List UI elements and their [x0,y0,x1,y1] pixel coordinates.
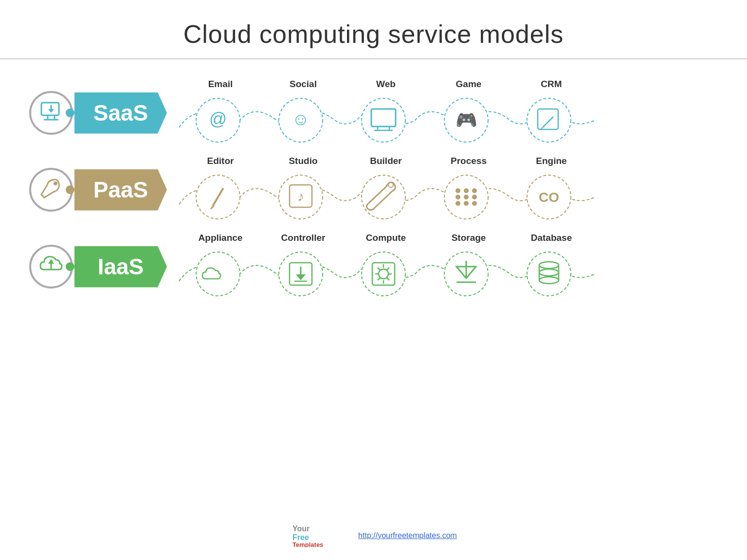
paas-label-box: PaaS [74,169,167,211]
paas-item-col-1: Studio [262,156,345,170]
iaas-bubbles-row [177,247,718,301]
saas-wave-svg: @ ☺ 🎮 [177,93,600,147]
saas-item-col-4: CRM [510,79,593,93]
svg-point-38 [455,201,460,206]
saas-label-1: Social [290,79,317,90]
svg-point-37 [472,195,477,199]
footer-logo: Your Free Templates [290,521,339,550]
iaas-labels-row: Appliance Controller Compute Storage Dat… [177,233,718,247]
saas-label-3: Game [456,79,482,90]
svg-point-35 [455,195,460,199]
paas-labels-row: Editor Studio Builder Process Engine [177,156,718,170]
svg-marker-43 [48,259,54,264]
saas-label-2: Web [376,79,396,90]
iaas-wave-svg [177,247,600,301]
svg-point-39 [464,201,469,206]
main-content: SaaS Email Social Web Game CRM @ [0,74,747,314]
saas-item-col-1: Social [262,79,345,93]
iaas-item-col-4: Database [510,233,593,247]
saas-label: SaaS [93,100,148,126]
iaas-label-2: Compute [366,233,406,243]
svg-point-33 [464,188,469,193]
svg-text:☺: ☺ [292,109,310,129]
svg-point-10 [362,98,405,142]
saas-bubbles-row: @ ☺ 🎮 [177,93,718,147]
iaas-label-box: IaaS [74,246,167,288]
saas-dot [66,108,74,117]
iaas-dot [66,262,74,271]
iaas-item-col-3: Storage [427,233,510,247]
paas-dot [66,185,74,194]
paas-label-3: Process [451,156,487,166]
saas-item-col-2: Web [345,79,427,93]
iaas-item-col-2: Compute [345,233,427,247]
svg-point-40 [472,201,477,206]
svg-point-66 [527,252,571,296]
saas-label-0: Email [208,79,233,90]
logo-svg: Your Free Templates [290,521,339,547]
paas-items-area: Editor Studio Builder Process Engine [177,156,718,224]
svg-point-32 [455,188,460,193]
saas-label-4: CRM [541,79,562,90]
saas-item-col-0: Email [179,79,262,93]
paas-label-1: Studio [289,156,317,166]
paas-label-4: Engine [536,156,566,166]
saas-row: SaaS Email Social Web Game CRM @ [29,79,718,147]
paas-item-col-2: Builder [345,156,427,170]
svg-text:♪: ♪ [297,189,304,204]
paas-icon [39,176,63,204]
paas-item-col-0: Editor [179,156,262,170]
iaas-row: IaaS Appliance Controller Compute Storag… [29,233,718,301]
paas-label-2: Builder [370,156,401,166]
svg-point-34 [472,188,477,193]
svg-point-17 [527,98,571,142]
iaas-label-0: Appliance [199,233,243,243]
logo-templates: Templates [292,541,323,547]
paas-label-0: Editor [207,156,234,166]
paas-label: PaaS [93,177,148,203]
svg-text:@: @ [209,109,227,129]
svg-point-36 [464,195,469,199]
footer: Your Free Templates http://yourfreetempl… [0,521,747,550]
iaas-label: IaaS [98,253,144,280]
iaas-item-col-0: Appliance [179,233,262,247]
logo-your: Your [292,524,310,533]
svg-point-21 [54,181,57,185]
saas-items-area: Email Social Web Game CRM @ ☺ [177,79,718,147]
iaas-label-1: Controller [281,233,326,243]
svg-text:CO: CO [539,190,559,205]
page-title: Cloud computing service models [0,0,747,58]
footer-link[interactable]: http://yourfreetemplates.com [358,531,457,540]
iaas-items-area: Appliance Controller Compute Storage Dat… [177,233,718,301]
saas-labels-row: Email Social Web Game CRM [177,79,718,93]
saas-label-box: SaaS [74,92,167,134]
paas-item-col-3: Process [427,156,510,170]
iaas-label-3: Storage [452,233,486,243]
saas-icon [39,100,63,126]
svg-point-51 [362,252,405,296]
svg-text:🎮: 🎮 [455,109,477,130]
svg-marker-5 [48,109,54,113]
iaas-icon [38,252,64,282]
logo-free: Free [292,533,309,542]
divider [0,58,747,59]
saas-item-col-3: Game [427,79,510,93]
iaas-label-4: Database [531,233,572,243]
svg-point-29 [362,175,405,219]
paas-item-col-4: Engine [510,156,593,170]
paas-row: PaaS Editor Studio Builder Process Engin… [29,156,718,224]
iaas-item-col-1: Controller [262,233,345,247]
paas-bubbles-row: ♪ C [177,170,718,224]
paas-wave-svg: ♪ C [177,170,600,224]
